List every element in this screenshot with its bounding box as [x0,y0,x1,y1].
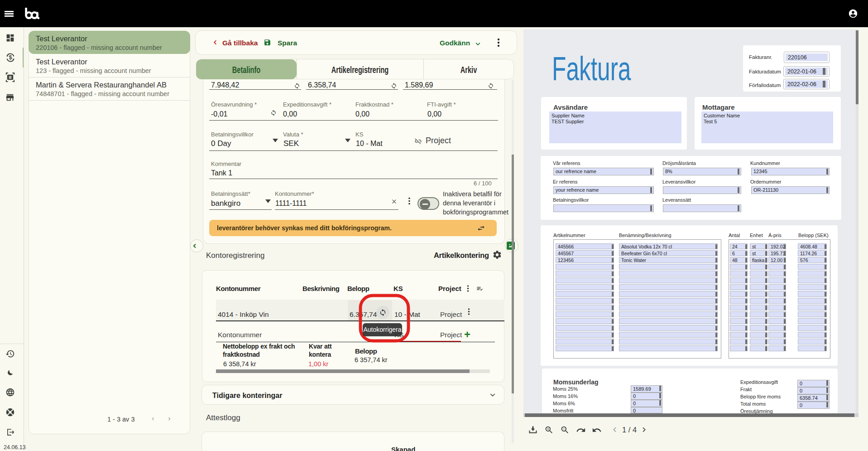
svg-text:$: $ [9,54,12,61]
